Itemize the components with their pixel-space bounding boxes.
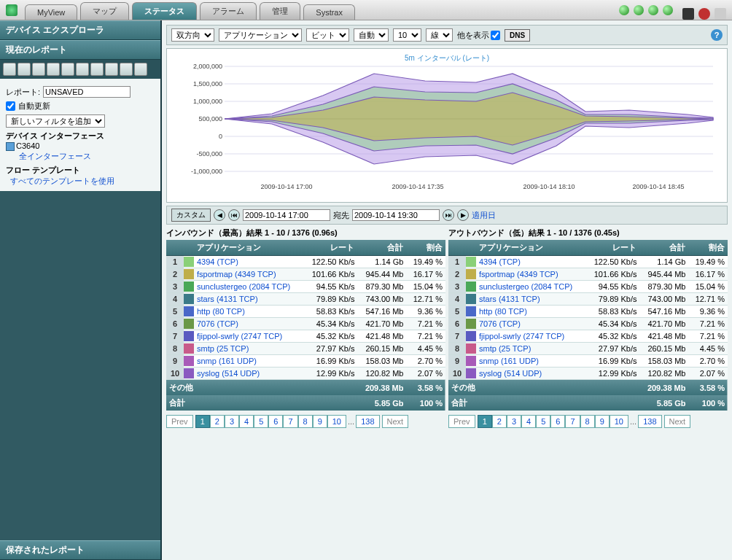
page-4[interactable]: 4 [239, 415, 254, 428]
alert-icon[interactable] [698, 8, 710, 20]
table-row[interactable]: 4stars (4131 TCP)79.89 Kb/s743.00 Mb12.7… [166, 293, 445, 306]
sidebar-current-report-header[interactable]: 現在のレポート [0, 40, 160, 60]
tool-mail-icon[interactable] [76, 63, 89, 76]
table-row[interactable]: 7fjippol-swrly (2747 TCP)45.32 Kb/s421.4… [166, 330, 445, 343]
report-name-input[interactable] [43, 86, 131, 98]
table-row[interactable]: 5http (80 TCP)58.83 Kb/s547.16 Mb9.36 % [448, 306, 728, 318]
autorefresh-checkbox[interactable] [6, 101, 15, 111]
tab-myview[interactable]: MyView [25, 4, 77, 20]
page-9[interactable]: 9 [595, 415, 610, 428]
app-link[interactable]: http (80 TCP) [479, 307, 527, 316]
table-row[interactable]: 8smtp (25 TCP)27.97 Kb/s260.15 Mb4.45 % [166, 343, 445, 355]
tool-print-icon[interactable] [90, 63, 104, 76]
table-row[interactable]: 67076 (TCP)45.34 Kb/s421.70 Mb7.21 % [448, 318, 728, 330]
col-app[interactable]: アプリケーション [476, 240, 586, 256]
app-link[interactable]: fjippol-swrly (2747 TCP) [479, 332, 564, 341]
page-2[interactable]: 2 [492, 415, 507, 428]
table-row[interactable]: 3sunclustergeo (2084 TCP)94.55 Kb/s879.3… [448, 281, 728, 293]
col-app[interactable]: アプリケーション [194, 240, 304, 256]
chart-type-select[interactable]: 線 [426, 28, 453, 42]
traffic-chart[interactable]: 5m インターバル (レート) 2,000,000 1,500,000 1,00… [171, 52, 723, 198]
col-pct[interactable]: 割合 [688, 240, 728, 256]
page-10[interactable]: 10 [610, 415, 628, 428]
table-row[interactable]: 2fsportmap (4349 TCP)101.66 Kb/s945.44 M… [448, 268, 728, 281]
help-icon[interactable]: ? [711, 29, 723, 41]
tool-export-icon[interactable] [120, 63, 133, 76]
app-link[interactable]: fjippol-swrly (2747 TCP) [197, 332, 282, 341]
tab-admin[interactable]: 管理 [260, 2, 300, 20]
app-link[interactable]: smtp (25 TCP) [479, 344, 531, 353]
tool-excel-icon[interactable] [61, 63, 74, 76]
tool-clock-icon[interactable] [47, 63, 60, 76]
tool-open-icon[interactable] [17, 63, 31, 76]
table-row[interactable]: 3sunclustergeo (2084 TCP)94.55 Kb/s879.3… [166, 281, 445, 293]
show-other-checkbox[interactable] [491, 31, 500, 40]
page-2[interactable]: 2 [210, 415, 225, 428]
category-select[interactable]: アプリケーション [219, 28, 302, 42]
app-link[interactable]: sunclustergeo (2084 TCP) [479, 282, 572, 291]
user-icon[interactable] [715, 8, 726, 20]
page-prev[interactable]: Prev [166, 415, 193, 428]
col-pct[interactable]: 割合 [406, 240, 445, 256]
page-5[interactable]: 5 [536, 415, 550, 428]
app-link[interactable]: snmp (161 UDP) [479, 357, 539, 365]
app-link[interactable]: stars (4131 TCP) [479, 295, 540, 303]
range-next-icon[interactable]: ▶ [457, 209, 469, 221]
page-6[interactable]: 6 [550, 415, 565, 428]
table-row[interactable]: 2fsportmap (4349 TCP)101.66 Kb/s945.44 M… [166, 268, 445, 281]
table-row[interactable]: 8smtp (25 TCP)27.97 Kb/s260.15 Mb4.45 % [448, 343, 728, 355]
col-rate[interactable]: レート [586, 240, 640, 256]
page-3[interactable]: 3 [507, 415, 521, 428]
app-link[interactable]: smtp (25 TCP) [197, 344, 249, 353]
sidebar-saved-reports-header[interactable]: 保存されたレポート [0, 540, 160, 560]
app-link[interactable]: snmp (161 UDP) [197, 357, 257, 365]
direction-select[interactable]: 双方向 [171, 28, 214, 42]
device-node[interactable]: C3640 [6, 141, 155, 151]
col-rate[interactable]: レート [304, 240, 358, 256]
tab-alarm[interactable]: アラーム [200, 2, 257, 20]
page-7[interactable]: 7 [565, 415, 580, 428]
page-prev[interactable]: Prev [448, 415, 475, 428]
sidebar-device-explorer-header[interactable]: デバイス エクスプローラ [0, 20, 160, 40]
app-link[interactable]: fsportmap (4349 TCP) [197, 270, 276, 279]
tab-systrax[interactable]: Systrax [303, 4, 355, 20]
page-next[interactable]: Next [382, 415, 409, 428]
range-apply-link[interactable]: 適用日 [472, 210, 496, 221]
tab-map[interactable]: マップ [80, 2, 129, 20]
table-row[interactable]: 67076 (TCP)45.34 Kb/s421.70 Mb7.21 % [166, 318, 445, 330]
table-row[interactable]: 9snmp (161 UDP)16.99 Kb/s158.03 Mb2.70 % [448, 355, 728, 368]
range-custom-button[interactable]: カスタム [171, 209, 211, 222]
app-link[interactable]: sunclustergeo (2084 TCP) [197, 282, 290, 291]
range-to-input[interactable] [352, 209, 440, 221]
range-rewind-icon[interactable]: ⏮ [228, 209, 240, 221]
table-row[interactable]: 14394 (TCP)122.50 Kb/s1.14 Gb19.49 % [166, 256, 445, 268]
page-4[interactable]: 4 [521, 415, 536, 428]
table-row[interactable]: 14394 (TCP)122.50 Kb/s1.14 Gb19.49 % [448, 256, 728, 268]
page-8[interactable]: 8 [298, 415, 313, 428]
range-prev-icon[interactable]: ◀ [214, 209, 225, 221]
tool-settings-icon[interactable] [134, 63, 147, 76]
col-total[interactable]: 合計 [357, 240, 406, 256]
yaxis-select[interactable]: 自動 [354, 28, 389, 42]
app-link[interactable]: 4394 (TCP) [479, 257, 521, 266]
page-3[interactable]: 3 [225, 415, 239, 428]
range-forward-icon[interactable]: ⏭ [443, 209, 454, 221]
page-5[interactable]: 5 [254, 415, 268, 428]
topn-select[interactable]: 10 [393, 28, 421, 42]
page-10[interactable]: 10 [327, 415, 346, 428]
all-interfaces-link[interactable]: 全インターフェース [19, 152, 91, 160]
night-icon[interactable] [682, 8, 694, 20]
page-8[interactable]: 8 [580, 415, 595, 428]
page-9[interactable]: 9 [313, 415, 327, 428]
table-row[interactable]: 10syslog (514 UDP)12.99 Kb/s120.82 Mb2.0… [448, 368, 728, 380]
unit-select[interactable]: ビット [306, 28, 349, 42]
app-link[interactable]: syslog (514 UDP) [479, 369, 542, 378]
table-row[interactable]: 4stars (4131 TCP)79.89 Kb/s743.00 Mb12.7… [448, 293, 728, 306]
page-6[interactable]: 6 [268, 415, 283, 428]
page-7[interactable]: 7 [283, 415, 297, 428]
dns-button[interactable]: DNS [505, 29, 530, 42]
app-link[interactable]: syslog (514 UDP) [197, 369, 260, 378]
page-1[interactable]: 1 [478, 415, 492, 428]
tool-new-icon[interactable] [3, 63, 16, 76]
page-last[interactable]: 138 [638, 415, 661, 428]
